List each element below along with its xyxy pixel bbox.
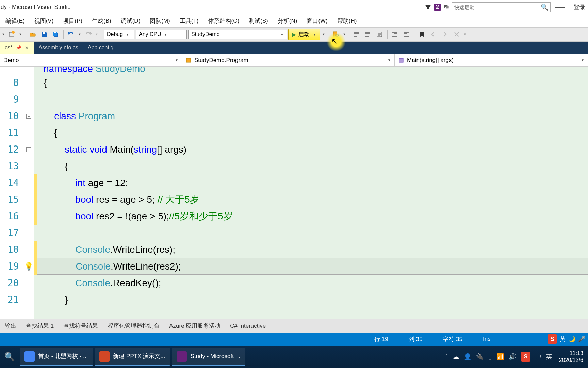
ime-lang[interactable]: 英 <box>546 353 552 361</box>
code-line[interactable]: { <box>37 124 588 141</box>
taskbar-search-icon[interactable]: 🔍 <box>0 352 19 362</box>
code-line[interactable]: int age = 12; <box>37 174 588 191</box>
ime-lang[interactable]: 英 <box>560 335 566 343</box>
dropdown-icon[interactable]: ▼ <box>95 33 99 36</box>
menu-item[interactable]: 视图(V) <box>30 15 59 27</box>
notification-badge[interactable]: 2 <box>434 4 441 11</box>
menu-item[interactable]: 项目(P) <box>58 15 87 27</box>
menu-item[interactable]: 窗口(W) <box>302 15 332 27</box>
save-all-icon[interactable] <box>51 29 61 40</box>
code-line[interactable]: { <box>37 158 588 174</box>
close-icon[interactable]: ✕ <box>25 45 29 50</box>
code-area[interactable]: namespace StudyDemo{ class Program { sta… <box>34 67 588 319</box>
filter-icon[interactable] <box>425 5 431 10</box>
project-nav-combo[interactable]: Demo▼ <box>0 54 182 66</box>
undo-icon[interactable] <box>66 29 76 40</box>
platform-combo[interactable]: Any CPU▼ <box>136 30 187 39</box>
dropdown-icon[interactable]: ▼ <box>342 33 346 36</box>
open-icon[interactable] <box>28 29 38 40</box>
code-line[interactable]: bool res2 = !(age > 5);//5岁和少于5岁 <box>37 208 588 225</box>
code-line[interactable]: } <box>37 291 588 308</box>
redo-icon[interactable] <box>83 29 93 40</box>
menu-item[interactable]: 工具(T) <box>175 15 203 27</box>
code-line[interactable]: class Program <box>37 108 588 124</box>
menu-item[interactable]: 测试(S) <box>244 15 273 27</box>
tool-tab[interactable]: Azure 应用服务活动 <box>164 319 225 333</box>
tool-tab[interactable]: 查找结果 1 <box>21 319 59 333</box>
start-debug-button[interactable]: ▶ 启动 ▼ <box>288 29 320 40</box>
uncomment-icon[interactable] <box>363 29 373 40</box>
document-tab[interactable]: App.config <box>83 42 118 54</box>
minimize-button[interactable]: — <box>553 2 568 13</box>
format-icon[interactable] <box>375 29 385 40</box>
pin-icon[interactable]: 📌 <box>16 45 21 50</box>
ime-mode[interactable]: 中 <box>535 353 541 361</box>
quick-launch-input[interactable] <box>454 4 541 10</box>
dropdown-icon[interactable]: ▼ <box>18 33 22 36</box>
people-icon[interactable]: 👤 <box>464 353 471 361</box>
menu-item[interactable]: 帮助(H) <box>332 15 362 27</box>
startup-project-combo[interactable]: StudyDemo▼ <box>188 30 287 39</box>
toolbar-overflow[interactable]: ▼ <box>463 33 467 36</box>
tool-tab[interactable]: 输出 <box>0 319 21 333</box>
menu-item[interactable]: 分析(N) <box>273 15 302 27</box>
dropdown-icon[interactable]: ▼ <box>322 33 326 36</box>
menu-item[interactable]: 团队(M) <box>145 15 175 27</box>
quick-launch[interactable]: 🔍 <box>452 2 551 12</box>
fold-icon[interactable]: − <box>26 114 31 119</box>
code-line[interactable]: static void Main(string[] args) <box>37 141 588 158</box>
class-nav-combo[interactable]: StudyDemo.Program▼ <box>182 54 395 66</box>
clear-bookmarks-icon[interactable] <box>452 29 462 40</box>
tray-chevron-icon[interactable]: ˄ <box>445 353 448 361</box>
code-line[interactable]: Console.WriteLine(res2); <box>37 258 588 275</box>
mic-icon[interactable]: 🎤 <box>578 336 585 343</box>
comment-out-icon[interactable] <box>352 29 362 40</box>
code-line[interactable] <box>37 225 588 241</box>
tool-tab[interactable]: 查找符号结果 <box>59 319 103 333</box>
code-line[interactable]: bool res = age > 5; // 大于5岁 <box>37 191 588 208</box>
config-combo[interactable]: Debug▼ <box>104 30 134 39</box>
find-in-files-icon[interactable] <box>331 29 341 40</box>
onedrive-icon[interactable]: ☁ <box>453 353 459 361</box>
bookmark-icon[interactable] <box>417 29 427 40</box>
ime-badge[interactable]: S <box>548 334 557 344</box>
moon-icon[interactable]: 🌙 <box>568 336 575 343</box>
menu-item[interactable]: 编辑(E) <box>1 15 30 27</box>
toolbar-overflow[interactable]: ▼ <box>1 33 5 36</box>
taskbar-app[interactable]: 新建 PPTX 演示文... <box>95 348 170 366</box>
search-icon[interactable]: 🔍 <box>541 3 548 11</box>
document-tab[interactable]: cs*📌✕ <box>0 42 34 54</box>
taskbar-app[interactable]: Study - Microsoft ... <box>172 348 245 366</box>
taskbar-clock[interactable]: 11:13 2020/12/6 <box>557 350 585 364</box>
next-bookmark-icon[interactable] <box>440 29 450 40</box>
dropdown-icon[interactable]: ▼ <box>78 33 82 36</box>
power-icon[interactable]: 🔌 <box>476 353 484 361</box>
ime-tray-icon[interactable]: S <box>521 352 530 362</box>
prev-bookmark-icon[interactable] <box>428 29 439 40</box>
menu-item[interactable]: 体系结构(C) <box>203 15 244 27</box>
document-tab[interactable]: AssemblyInfo.cs <box>34 42 83 54</box>
feedback-icon[interactable] <box>443 4 450 11</box>
wifi-icon[interactable]: 📶 <box>496 353 504 361</box>
lightbulb-icon[interactable]: 💡 <box>24 262 33 271</box>
fold-icon[interactable]: − <box>26 147 31 152</box>
battery-icon[interactable]: ▯ <box>488 353 492 361</box>
outdent-icon[interactable] <box>402 29 412 40</box>
indent-icon[interactable] <box>390 29 400 40</box>
save-icon[interactable] <box>39 29 49 40</box>
tool-tab[interactable]: C# Interactive <box>225 320 271 332</box>
member-nav-combo[interactable]: Main(string[] args)▼ <box>395 54 588 66</box>
menu-item[interactable]: 调试(D) <box>116 15 145 27</box>
volume-icon[interactable]: 🔊 <box>509 353 516 361</box>
code-line[interactable]: Console.WriteLine(res); <box>37 241 588 258</box>
tool-tab[interactable]: 程序包管理器控制台 <box>103 319 164 333</box>
code-editor[interactable]: 8910−1112−13141516171819💡2021 namespace … <box>0 67 588 319</box>
menu-item[interactable]: 生成(B) <box>87 15 116 27</box>
code-line[interactable] <box>37 91 588 108</box>
code-line[interactable]: { <box>37 74 588 91</box>
new-project-icon[interactable] <box>7 29 17 40</box>
login-button[interactable]: 登录 <box>570 3 585 11</box>
code-line[interactable]: Console.ReadKey(); <box>37 275 588 291</box>
line-number: 10 <box>0 110 23 122</box>
taskbar-app[interactable]: 首页 - 北盟网校 - ... <box>20 348 93 366</box>
